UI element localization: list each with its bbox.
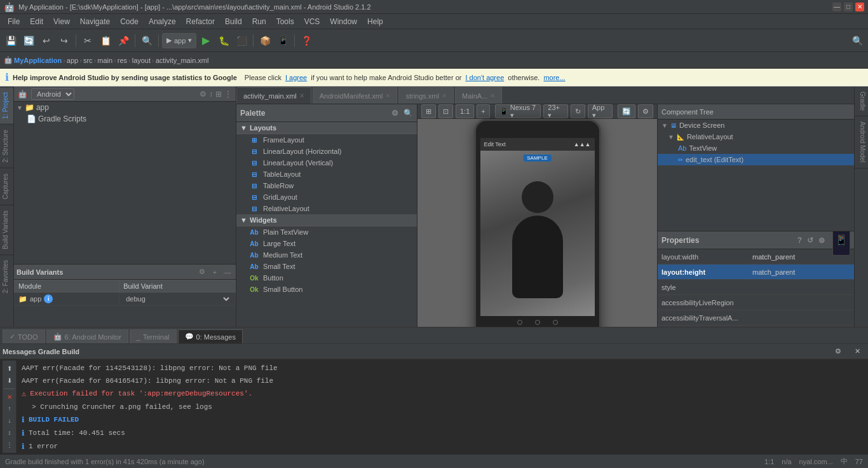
tab-close-activity-main[interactable]: ✕ bbox=[299, 92, 304, 99]
palette-item-small-button[interactable]: Ok Small Button bbox=[236, 284, 417, 295]
component-item-textview[interactable]: Ab TextView bbox=[658, 142, 854, 154]
tree-item-gradle-scripts[interactable]: 📄 Gradle Scripts bbox=[14, 113, 236, 125]
menubar-item-vcs[interactable]: VCS bbox=[299, 16, 325, 27]
zoom-level-dropdown[interactable]: 23+ ▾ bbox=[543, 104, 567, 118]
terminal-tab[interactable]: _ Terminal bbox=[130, 329, 177, 343]
tab-main-activity[interactable]: MainA... ✕ bbox=[455, 87, 502, 104]
tab-androidmanifest[interactable]: AndroidManifest.xml ✕ bbox=[313, 87, 398, 104]
msg-filter-btn[interactable]: ⬆ bbox=[4, 363, 15, 374]
palette-search-icon[interactable]: 🔍 bbox=[403, 109, 413, 118]
canvas-refresh-btn[interactable]: 🔄 bbox=[618, 104, 635, 118]
breadcrumb-main[interactable]: main bbox=[97, 57, 112, 64]
messages-tab[interactable]: 💬 0: Messages bbox=[178, 329, 243, 343]
maximize-button[interactable]: □ bbox=[844, 3, 853, 11]
app-theme-btn[interactable]: App ▾ bbox=[588, 104, 613, 118]
msg-scroll-btn[interactable]: ⬇ bbox=[4, 375, 15, 386]
menubar-item-run[interactable]: Run bbox=[247, 16, 271, 27]
toolbar-copy-button[interactable]: 📋 bbox=[97, 32, 114, 49]
toolbar-sync-button[interactable]: 🔄 bbox=[20, 32, 37, 49]
disagree-link[interactable]: I don't agree bbox=[465, 74, 504, 81]
breadcrumb-layout[interactable]: layout bbox=[132, 57, 151, 64]
stop-button[interactable]: ⬛ bbox=[233, 32, 250, 49]
project-tab[interactable]: 1: Project bbox=[0, 86, 13, 124]
variant-dropdown[interactable]: debug release bbox=[123, 294, 231, 303]
bv-settings-icon[interactable]: ⚙ bbox=[196, 266, 208, 278]
project-view-dropdown[interactable]: Android bbox=[31, 88, 74, 100]
menubar-item-code[interactable]: Code bbox=[115, 16, 144, 27]
menubar-item-edit[interactable]: Edit bbox=[25, 16, 48, 27]
palette-item-tablerow[interactable]: ⊟ TableRow bbox=[236, 180, 417, 191]
more-link[interactable]: more... bbox=[543, 74, 565, 81]
debug-button[interactable]: 🐛 bbox=[215, 32, 232, 49]
canvas-zoom-fit-btn[interactable]: ⊡ bbox=[438, 104, 453, 118]
menubar-item-refactor[interactable]: Refactor bbox=[181, 16, 220, 27]
search-everywhere-button[interactable]: 🔍 bbox=[849, 32, 865, 49]
palette-item-relativelayout[interactable]: ⊟ RelativeLayout bbox=[236, 203, 417, 214]
collapse-icon[interactable]: ↕ bbox=[209, 90, 213, 99]
app-config-dropdown[interactable]: ▶app▾ bbox=[162, 33, 196, 48]
tab-close-main-activity[interactable]: ✕ bbox=[490, 92, 495, 99]
palette-item-framelayout[interactable]: ⊞ FrameLayout bbox=[236, 134, 417, 146]
palette-item-linearlayout-v[interactable]: ⊟ LinearLayout (Vertical) bbox=[236, 157, 417, 169]
canvas-zoom-actual-btn[interactable]: 1:1 bbox=[456, 104, 474, 118]
menubar-item-window[interactable]: Window bbox=[325, 16, 362, 27]
palette-item-linearlayout-h[interactable]: ⊟ LinearLayout (Horizontal) bbox=[236, 146, 417, 157]
agree-link[interactable]: I agree bbox=[285, 74, 307, 81]
avd-manager-button[interactable]: 📱 bbox=[275, 32, 291, 49]
orientation-btn[interactable]: ↻ bbox=[571, 104, 585, 118]
captures-tab[interactable]: Captures bbox=[0, 168, 13, 205]
menubar-item-view[interactable]: View bbox=[48, 16, 75, 27]
android-model-tab[interactable]: Android Model bbox=[855, 116, 868, 168]
tree-item-app[interactable]: ▼ 📁 app bbox=[14, 102, 236, 113]
favorites-tab[interactable]: 2: Favorites bbox=[0, 254, 13, 298]
help-button[interactable]: ❓ bbox=[298, 32, 315, 49]
expand-icon[interactable]: ⊞ bbox=[215, 90, 222, 99]
toolbar-save-button[interactable]: 💾 bbox=[3, 32, 19, 49]
msg-menu-btn[interactable]: ⋮ bbox=[4, 439, 15, 450]
breadcrumb-file[interactable]: activity_main.xml bbox=[156, 57, 209, 64]
options-icon[interactable]: ⋮ bbox=[224, 90, 232, 99]
breadcrumb-app-folder[interactable]: app bbox=[67, 57, 78, 64]
tab-strings[interactable]: strings.xml ✕ bbox=[398, 87, 454, 104]
palette-section-widgets[interactable]: ▼ Widgets bbox=[236, 214, 417, 226]
palette-item-plain-textview[interactable]: Ab Plain TextView bbox=[236, 226, 417, 238]
todo-tab[interactable]: ✓ TODO bbox=[3, 329, 45, 343]
props-reset-icon[interactable]: ↺ bbox=[807, 236, 813, 245]
palette-item-small-text[interactable]: Ab Small Text bbox=[236, 261, 417, 272]
menubar-item-tools[interactable]: Tools bbox=[271, 16, 299, 27]
breadcrumb-res[interactable]: res bbox=[118, 57, 127, 64]
canvas-zoom-in-btn[interactable]: + bbox=[477, 104, 489, 118]
palette-item-button[interactable]: Ok Button bbox=[236, 272, 417, 284]
canvas-layout-btn[interactable]: ⊞ bbox=[421, 104, 436, 118]
component-item-edittext[interactable]: ✏ edit_text (EditText) bbox=[658, 154, 854, 165]
palette-item-medium-text[interactable]: Ab Medium Text bbox=[236, 249, 417, 261]
structure-tab[interactable]: 2: Structure bbox=[0, 124, 13, 168]
props-help-icon[interactable]: ? bbox=[797, 236, 802, 245]
build-variants-tab[interactable]: Build Variants bbox=[0, 205, 13, 254]
breadcrumb-app[interactable]: MyApplication bbox=[14, 57, 62, 64]
palette-settings-icon[interactable]: ⚙ bbox=[391, 109, 398, 118]
menubar-item-help[interactable]: Help bbox=[362, 16, 388, 27]
menubar-item-analyze[interactable]: Analyze bbox=[144, 16, 181, 27]
palette-item-large-text[interactable]: Ab Large Text bbox=[236, 238, 417, 249]
msg-error-btn[interactable]: ✕ bbox=[4, 392, 15, 403]
bv-add-icon[interactable]: + bbox=[209, 266, 220, 278]
menubar-item-file[interactable]: File bbox=[3, 16, 25, 27]
breadcrumb-src[interactable]: src bbox=[83, 57, 93, 64]
minimize-button[interactable]: — bbox=[832, 3, 841, 11]
props-filter-icon[interactable]: ⊜ bbox=[818, 236, 825, 245]
messages-settings-icon[interactable]: ⚙ bbox=[830, 343, 846, 360]
msg-up-btn[interactable]: ↑ bbox=[4, 404, 15, 415]
sdk-manager-button[interactable]: 📦 bbox=[257, 32, 273, 49]
toolbar-redo-button[interactable]: ↪ bbox=[56, 32, 72, 49]
palette-item-tablelayout[interactable]: ⊟ TableLayout bbox=[236, 169, 417, 180]
msg-down-btn[interactable]: ↓ bbox=[4, 415, 15, 426]
msg-expand-btn[interactable]: ↕ bbox=[4, 427, 15, 438]
bv-collapse-icon[interactable]: — bbox=[222, 266, 233, 278]
prop-style-value[interactable] bbox=[750, 287, 850, 288]
messages-close-icon[interactable]: ✕ bbox=[849, 343, 865, 360]
toolbar-undo-button[interactable]: ↩ bbox=[38, 32, 55, 49]
toolbar-cut-button[interactable]: ✂ bbox=[79, 32, 96, 49]
variant-cell[interactable]: debug release bbox=[119, 292, 236, 306]
component-item-relativelayout[interactable]: ▼ 📐 RelativeLayout bbox=[658, 131, 854, 142]
